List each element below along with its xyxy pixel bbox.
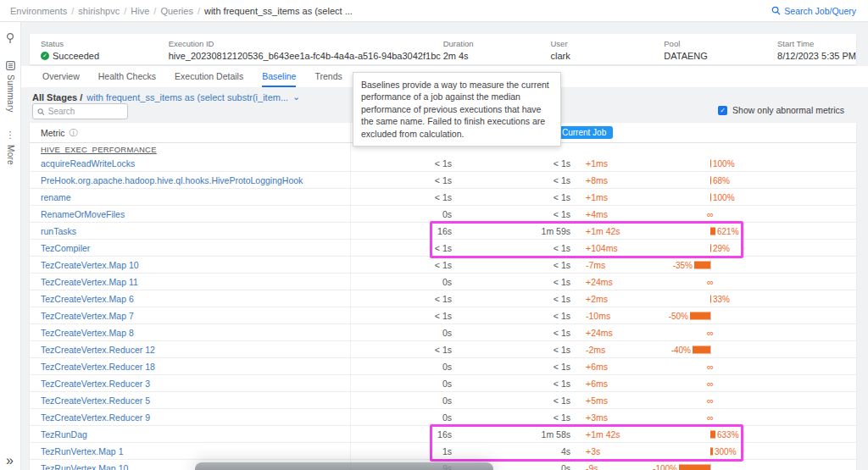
tab-trends[interactable]: Trends (314, 66, 342, 87)
metric-link[interactable]: TezRunDag (41, 429, 350, 440)
bar-fill (679, 464, 710, 470)
tab-health-checks[interactable]: Health Checks (98, 66, 156, 87)
percent-cell: ∞ (664, 206, 845, 222)
metric-search-box[interactable] (32, 103, 128, 119)
status-field: Status✓Succeeded (41, 38, 169, 64)
metric-link[interactable]: runTasks (41, 226, 350, 236)
bar-fill (710, 244, 711, 252)
abnormal-metrics-filter[interactable]: ✓ Show only abnormal metrics (718, 105, 844, 115)
info-icon[interactable]: ⓘ (70, 127, 78, 139)
table-row: RenameOrMoveFiles0s< 1s+4ms∞ (30, 206, 856, 223)
chevron-down-icon[interactable]: ⌄ (292, 91, 300, 102)
metric-link[interactable]: TezCompiler (41, 243, 350, 253)
breadcrumb-item[interactable]: Queries (160, 6, 193, 16)
metric-link[interactable]: PreHook.org.apache.hadoop.hive.ql.hooks.… (41, 175, 350, 185)
status-field-text: hive_20230812120536_b643ee1a-fc4b-4a4a-a… (169, 51, 441, 61)
table-row: runTasks16s1m 59s+1m 42s621% (30, 223, 856, 240)
bar-fill (710, 430, 715, 438)
breadcrumb-item[interactable]: Environments (10, 6, 67, 16)
current-value: < 1s (452, 158, 570, 169)
baseline-value: 0s (350, 277, 452, 287)
table-row: TezCreateVertex.Map 6< 1s< 1s+2ms33% (30, 290, 856, 307)
bar-fill (710, 159, 711, 167)
status-field-value: hive_20230812120536_b643ee1a-fc4b-4a4a-a… (169, 51, 443, 61)
metric-link[interactable]: TezCreateVertex.Map 10 (41, 260, 350, 270)
percent-bar-positive: 100% (710, 158, 735, 168)
status-field: Duration2m 4s (443, 38, 551, 64)
metric-link[interactable]: TezCreateVertex.Reducer 12 (41, 345, 350, 355)
infinity-icon: ∞ (707, 395, 714, 406)
metric-search-input[interactable] (48, 107, 123, 116)
baseline-value: < 1s (350, 175, 452, 185)
infinity-icon: ∞ (707, 362, 714, 372)
percent-cell: -35% (664, 257, 845, 273)
bottom-overlay (195, 462, 493, 470)
delta-value: +2ms (570, 294, 664, 304)
metric-link[interactable]: TezCreateVertex.Reducer 18 (41, 362, 350, 372)
baseline-value: 16s (350, 226, 452, 236)
success-check-icon: ✓ (41, 52, 49, 60)
infinity-icon: ∞ (707, 209, 714, 219)
metric-link[interactable]: TezCreateVertex.Map 11 (41, 277, 350, 287)
metric-link[interactable]: TezCreateVertex.Map 6 (41, 294, 350, 304)
pin-icon[interactable] (5, 32, 15, 44)
delta-value: +24ms (570, 277, 664, 287)
percent-cell: -100% (664, 460, 845, 470)
metric-link[interactable]: TezCreateVertex.Reducer 3 (41, 379, 350, 389)
metric-link[interactable]: acquireReadWriteLocks (41, 158, 350, 169)
percent-bar-positive: 68% (710, 175, 730, 185)
current-value: < 1s (452, 175, 570, 185)
tab-baseline[interactable]: Baseline (262, 66, 296, 87)
metric-link[interactable]: rename (41, 192, 350, 202)
table-row: TezCreateVertex.Reducer 180s< 1s+6ms∞ (30, 358, 856, 375)
all-stages-label: All Stages / (32, 92, 82, 102)
tab-overview[interactable]: Overview (42, 66, 80, 87)
status-field-label: Pool (664, 39, 777, 48)
percent-cell: -50% (664, 307, 845, 323)
baseline-value: < 1s (350, 260, 452, 270)
expand-panel-icon[interactable]: » (6, 453, 14, 468)
delta-value: -10ms (570, 311, 664, 321)
current-value: 1m 58s (452, 429, 570, 440)
column-divider (350, 123, 351, 470)
percent-label: 100% (713, 192, 735, 202)
percent-label: 300% (715, 446, 737, 456)
selected-stage-link[interactable]: with frequent_ss_items as (select substr… (86, 92, 288, 102)
breadcrumb-item[interactable]: shirishpvc (78, 6, 120, 16)
tab-execution-details[interactable]: Execution Details (175, 66, 243, 87)
breadcrumb-item[interactable]: Hive (131, 6, 149, 16)
percent-cell: ∞ (664, 274, 845, 290)
delta-value: +8ms (570, 175, 664, 185)
status-field-label: Start Time (777, 39, 856, 48)
checkbox-checked[interactable]: ✓ (718, 106, 727, 115)
metric-link[interactable]: TezCreateVertex.Map 8 (41, 328, 350, 338)
metric-link[interactable]: TezCreateVertex.Reducer 9 (41, 412, 350, 423)
percent-label: 29% (713, 243, 730, 252)
delta-value: +1m 42s (570, 429, 664, 440)
baseline-value: 0s (350, 379, 452, 389)
metric-link[interactable]: TezCreateVertex.Reducer 5 (41, 395, 350, 406)
metric-link[interactable]: TezCreateVertex.Map 7 (41, 311, 350, 321)
sidebar-item-more[interactable]: ⋮ More (6, 130, 15, 165)
table-row: TezRunDag16s1m 58s+1m 42s633% (30, 426, 856, 443)
table-row: TezCreateVertex.Map 110s< 1s+24ms∞ (30, 274, 856, 290)
bar-fill (694, 261, 710, 268)
percent-label: 100% (713, 158, 735, 168)
baseline-value: < 1s (350, 294, 452, 304)
percent-cell: 29% (664, 240, 845, 256)
sidebar-item-summary[interactable]: Summary (6, 61, 15, 113)
baseline-tooltip-text: Baselines provide a way to measure the c… (361, 80, 549, 139)
metric-link[interactable]: RenameOrMoveFiles (41, 209, 350, 219)
baseline-value: 0s (350, 362, 452, 372)
job-status-card: Status✓SucceededExecution IDhive_2023081… (30, 34, 856, 64)
percent-bar-negative: -40% (671, 345, 710, 354)
percent-cell: ∞ (664, 409, 845, 425)
status-field: Execution IDhive_20230812120536_b643ee1a… (169, 38, 443, 64)
percent-label: 68% (713, 175, 730, 185)
status-field-label: Status (41, 39, 169, 48)
baseline-value: < 1s (350, 158, 452, 169)
baseline-value: 0s (350, 209, 452, 219)
percent-bar-negative: -50% (669, 311, 710, 320)
metric-link[interactable]: TezRunVertex.Map 1 (41, 446, 350, 456)
search-job-query-button[interactable]: Search Job/Query (771, 6, 856, 16)
